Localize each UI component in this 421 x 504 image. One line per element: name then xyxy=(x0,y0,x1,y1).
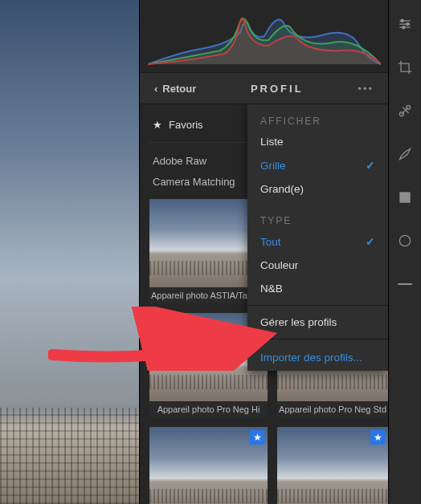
chevron-left-icon: ‹ xyxy=(154,83,157,95)
svg-point-0 xyxy=(401,19,403,22)
check-icon: ✓ xyxy=(366,235,375,248)
back-label: Retour xyxy=(162,83,196,95)
panel-body: ★ Favoris Adobe Raw Camera Matching Appa… xyxy=(140,104,388,504)
more-tools-icon[interactable] xyxy=(389,274,421,294)
menu-section-header: AFFICHER xyxy=(247,104,388,130)
star-icon: ★ xyxy=(153,119,162,131)
menu-item-manage-profiles[interactable]: Gérer les profils xyxy=(247,311,388,334)
svg-rect-5 xyxy=(399,192,410,202)
more-icon[interactable]: ••• xyxy=(358,83,374,95)
svg-point-6 xyxy=(399,235,410,246)
image-preview xyxy=(0,0,140,504)
back-button[interactable]: ‹ Retour xyxy=(154,83,196,95)
favorites-label: Favoris xyxy=(169,119,203,131)
menu-section-header: TYPE xyxy=(247,201,388,230)
menu-item-liste[interactable]: Liste xyxy=(247,130,388,153)
svg-point-2 xyxy=(403,26,405,29)
svg-point-1 xyxy=(407,22,409,25)
panel-header: ‹ Retour PROFIL ••• xyxy=(140,73,388,104)
linear-gradient-icon[interactable] xyxy=(389,188,421,207)
profile-card[interactable]: ★ xyxy=(149,427,268,504)
menu-item-import-profiles[interactable]: Importer des profils... xyxy=(247,344,388,371)
radial-gradient-icon[interactable] xyxy=(389,231,421,250)
favorite-badge: ★ xyxy=(370,430,385,445)
profile-options-menu: AFFICHER Liste Grille✓ Grand(e) TYPE Tou… xyxy=(247,104,388,371)
profile-caption: Appareil photo Pro Neg Std xyxy=(277,401,388,417)
menu-item-couleur[interactable]: Couleur xyxy=(247,254,388,277)
menu-item-nb[interactable]: N&B xyxy=(247,277,388,300)
favorite-badge: ★ xyxy=(250,430,264,445)
menu-item-grande[interactable]: Grand(e) xyxy=(247,177,388,201)
adjust-icon[interactable] xyxy=(389,14,421,34)
profile-panel: ‹ Retour PROFIL ••• ★ Favoris Adobe Raw … xyxy=(140,0,388,504)
preview-foreground xyxy=(0,408,139,504)
healing-icon[interactable] xyxy=(389,101,421,120)
profile-card[interactable]: ★ xyxy=(277,427,388,504)
profile-caption: Appareil photo Pro Neg Hi xyxy=(149,401,268,417)
menu-item-tout[interactable]: Tout✓ xyxy=(247,230,388,254)
histogram xyxy=(140,0,388,73)
menu-item-grille[interactable]: Grille✓ xyxy=(247,153,388,177)
panel-title: PROFIL xyxy=(251,83,304,95)
brush-icon[interactable] xyxy=(389,144,421,164)
right-toolbar xyxy=(388,0,421,504)
crop-icon[interactable] xyxy=(389,58,421,77)
check-icon: ✓ xyxy=(366,159,375,172)
